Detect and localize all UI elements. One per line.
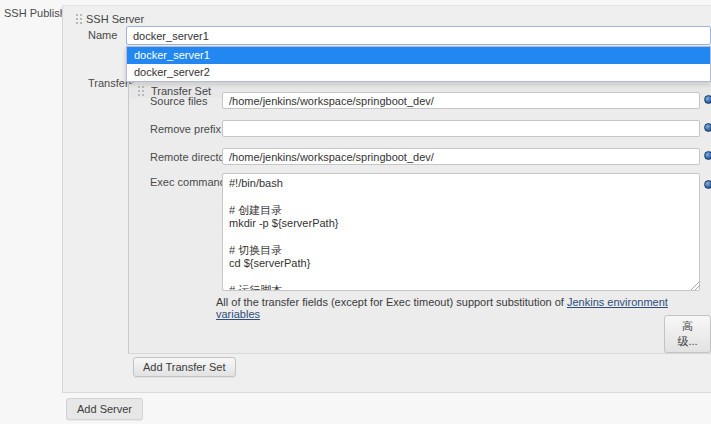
divider [128,353,711,354]
name-input[interactable] [126,26,711,45]
help-icon[interactable] [704,180,711,189]
source-files-label: Source files [150,95,207,107]
drag-handle-icon[interactable] [136,84,145,98]
textarea-resize-grip[interactable] [691,281,700,290]
transfer-help-text: All of the transfer fields (except for E… [216,296,711,320]
remove-prefix-label: Remove prefix [150,123,221,135]
help-icon[interactable] [704,95,711,104]
source-files-input[interactable] [222,92,700,109]
help-icon[interactable] [704,123,711,132]
exec-command-textarea[interactable]: #!/bin/bash # 创建目录 mkdir -p ${serverPath… [222,173,700,291]
drag-handle-icon[interactable] [74,12,83,26]
remote-directory-input[interactable] [222,148,700,165]
add-server-button[interactable]: Add Server [66,398,143,420]
name-label: Name [88,29,117,41]
dropdown-option-docker-server1[interactable]: docker_server1 [127,47,710,64]
name-dropdown: docker_server1 docker_server2 [126,46,711,82]
dropdown-option-docker-server2[interactable]: docker_server2 [127,64,710,81]
remove-prefix-input[interactable] [222,120,700,137]
add-transfer-set-button[interactable]: Add Transfer Set [133,357,236,377]
help-icon[interactable] [704,151,711,160]
help-text-prefix: All of the transfer fields (except for E… [216,296,567,308]
ssh-server-section-label: SSH Server [86,13,144,25]
exec-command-label: Exec command [150,176,226,188]
advanced-button[interactable]: 高级... [664,315,711,353]
jenkins-ssh-publishers-config: { "root_label": "SSH Publishers", "ssh_s… [0,0,711,424]
